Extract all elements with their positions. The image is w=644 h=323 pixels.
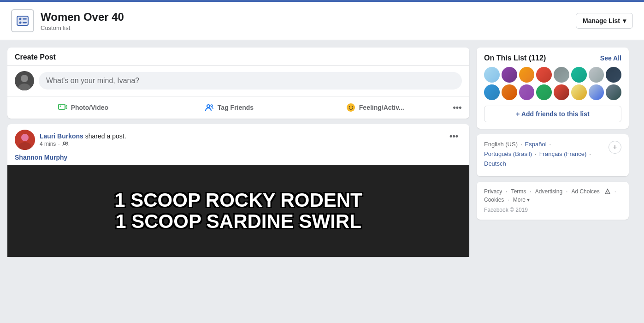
list-member-avatar [536, 67, 552, 83]
meme-content: 1 scoop rocky rodent 1 scoop sardine swi… [105, 176, 372, 246]
list-member-avatar [519, 84, 535, 100]
svg-point-15 [352, 106, 353, 107]
svg-point-10 [59, 106, 61, 107]
on-this-list-card: On This List (112) See All [477, 48, 629, 129]
list-member-avatar [484, 84, 500, 100]
language-plus-button[interactable]: + [609, 141, 621, 154]
header-title-group: Women Over 40 Custom list [41, 11, 124, 31]
create-post-card: Create Post What's on your mind, Ivana? [7, 48, 469, 119]
svg-rect-0 [17, 16, 28, 25]
avatars-grid [484, 67, 621, 100]
tag-friends-button[interactable]: Tag Friends [157, 99, 301, 116]
post-author-area: Lauri Burkons shared a post. 4 mins · [15, 130, 126, 150]
list-member-avatar [589, 84, 604, 100]
list-member-avatar [554, 84, 569, 100]
footer-terms-link[interactable]: Terms [511, 188, 526, 195]
left-column: Create Post What's on your mind, Ivana? [7, 48, 469, 257]
list-member-avatar [554, 67, 569, 83]
post-image: 1 scoop rocky rodent 1 scoop sardine swi… [7, 165, 469, 257]
right-column: On This List (112) See All [477, 48, 629, 257]
page-subtitle: Custom list [41, 24, 124, 31]
footer-advertising-link[interactable]: Advertising [535, 188, 562, 195]
footer-card: Privacy · Terms · Advertising · Ad Choic… [477, 182, 629, 220]
list-member-avatar [536, 84, 552, 100]
svg-rect-5 [23, 22, 27, 24]
on-this-list-title: On This List (112) [484, 54, 546, 62]
page-header: Women Over 40 Custom list Manage List ▾ [0, 2, 644, 40]
user-avatar [15, 71, 34, 90]
tag-friends-icon [205, 103, 214, 112]
list-member-avatar [519, 67, 535, 83]
post-author-avatar [15, 130, 35, 150]
manage-list-button[interactable]: Manage List ▾ [576, 13, 633, 29]
create-post-input-area: What's on your mind, Ivana? [7, 66, 469, 96]
list-icon-box [11, 9, 34, 32]
list-member-avatar [589, 67, 604, 83]
more-options-button[interactable]: ••• [449, 99, 466, 116]
ad-choices-icon: i [604, 188, 611, 195]
list-member-avatar [484, 67, 500, 83]
footer-cookies-link[interactable]: Cookies [484, 197, 504, 203]
post-input[interactable]: What's on your mind, Ivana? [39, 72, 462, 90]
svg-point-13 [347, 103, 355, 112]
svg-point-17 [21, 134, 29, 141]
main-layout: Create Post What's on your mind, Ivana? [0, 40, 636, 264]
feeling-activity-button[interactable]: Feeling/Activ... [303, 99, 447, 116]
post-meta: Lauri Burkons shared a post. 4 mins · [40, 132, 126, 147]
svg-rect-9 [59, 104, 65, 109]
list-member-avatar [606, 67, 621, 83]
create-post-header: Create Post [7, 48, 469, 66]
svg-point-2 [19, 18, 22, 20]
post-options-button[interactable]: ••• [446, 130, 462, 143]
svg-point-3 [19, 22, 22, 24]
post-author-name[interactable]: Lauri Burkons shared a post. [40, 132, 126, 140]
create-post-actions: Photo/Video Tag Friends [7, 96, 469, 119]
add-friends-button[interactable]: + Add friends to this list [484, 106, 621, 122]
language-card: English (US) · Español · Português (Bras… [477, 134, 629, 176]
list-member-avatar [502, 84, 517, 100]
footer-privacy-link[interactable]: Privacy [484, 188, 502, 195]
svg-point-11 [207, 105, 210, 108]
post-header: Lauri Burkons shared a post. 4 mins · [7, 124, 469, 153]
svg-point-12 [211, 105, 213, 107]
page-title: Women Over 40 [41, 11, 124, 24]
footer-more-link[interactable]: More ▾ [513, 197, 530, 203]
photo-video-icon [58, 103, 67, 112]
svg-point-14 [349, 106, 350, 107]
list-member-avatar [571, 67, 587, 83]
shared-post-name[interactable]: Shannon Murphy [7, 153, 469, 165]
list-member-avatar [571, 84, 587, 100]
copyright-text: Facebook © 2019 [484, 207, 621, 213]
svg-point-19 [63, 142, 65, 144]
header-left: Women Over 40 Custom list [11, 9, 124, 32]
see-all-link[interactable]: See All [600, 54, 621, 62]
post-card: Lauri Burkons shared a post. 4 mins · [7, 124, 469, 257]
footer-links: Privacy · Terms · Advertising · Ad Choic… [484, 188, 621, 203]
svg-rect-4 [23, 18, 27, 20]
footer-adchoices-link[interactable]: Ad Choices [571, 188, 599, 195]
language-row-3: Deutsch [484, 160, 591, 167]
feeling-icon [346, 103, 355, 112]
friends-audience-icon [62, 141, 69, 147]
list-member-avatar [606, 84, 621, 100]
language-row-2: Português (Brasil) · Français (France) · [484, 150, 591, 157]
svg-point-20 [66, 142, 68, 144]
chevron-down-icon: ▾ [623, 17, 626, 24]
language-row-1: English (US) · Español · [484, 141, 591, 148]
list-member-avatar [502, 67, 517, 83]
post-time-area: 4 mins · [40, 141, 126, 147]
language-links-area: English (US) · Español · Português (Bras… [484, 141, 591, 170]
photo-video-button[interactable]: Photo/Video [11, 99, 155, 116]
on-this-list-header: On This List (112) See All [484, 54, 621, 62]
svg-text:i: i [607, 191, 608, 193]
svg-point-7 [21, 75, 28, 82]
